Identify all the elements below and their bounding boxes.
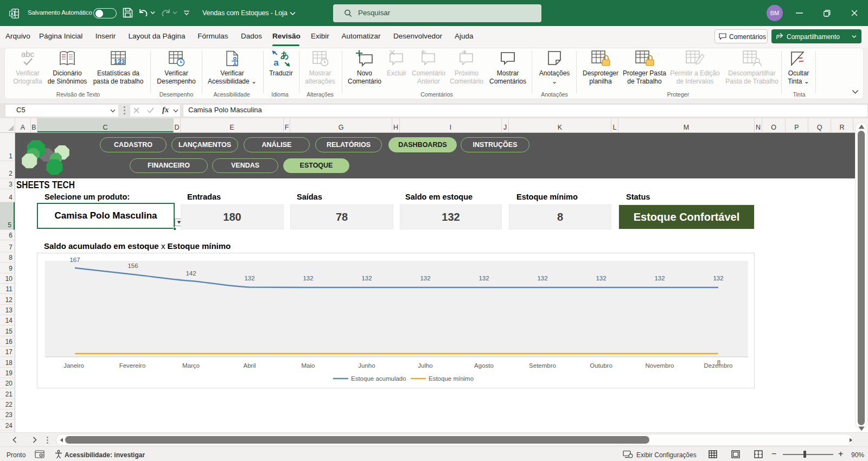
svg-text:Outubro: Outubro xyxy=(590,362,612,369)
svg-text:132: 132 xyxy=(596,275,606,281)
svg-text:132: 132 xyxy=(654,275,665,281)
svg-text:Maio: Maio xyxy=(302,362,315,369)
svg-text:132: 132 xyxy=(244,275,254,281)
svg-text:132: 132 xyxy=(478,275,489,281)
svg-text:142: 142 xyxy=(186,270,196,277)
svg-text:Agosto: Agosto xyxy=(474,362,494,369)
svg-text:Estoque mínimo: Estoque mínimo xyxy=(429,375,474,382)
svg-text:Estoque acumulado: Estoque acumulado xyxy=(351,375,406,382)
svg-text:Abril: Abril xyxy=(243,362,256,369)
svg-text:167: 167 xyxy=(69,257,80,263)
svg-text:あ: あ xyxy=(280,50,289,60)
svg-text:132: 132 xyxy=(713,275,723,281)
svg-text:abc: abc xyxy=(21,50,35,59)
svg-text:Janeiro: Janeiro xyxy=(63,362,84,369)
svg-text:Junho: Junho xyxy=(358,362,375,369)
svg-text:x: x xyxy=(11,11,14,16)
svg-text:Novembro: Novembro xyxy=(645,362,674,369)
svg-text:132: 132 xyxy=(361,275,372,281)
svg-text:Fevereiro: Fevereiro xyxy=(119,362,146,369)
svg-text:Setembro: Setembro xyxy=(529,362,556,369)
svg-text:132: 132 xyxy=(537,275,547,281)
svg-text:Julho: Julho xyxy=(418,362,433,369)
svg-text:Março: Março xyxy=(182,362,200,369)
svg-text:Dezembro: Dezembro xyxy=(704,362,732,369)
svg-text:a: a xyxy=(273,57,279,67)
svg-text:132: 132 xyxy=(420,275,430,281)
svg-text:132: 132 xyxy=(303,275,313,281)
svg-text:123: 123 xyxy=(114,58,125,66)
svg-text:156: 156 xyxy=(127,262,138,269)
